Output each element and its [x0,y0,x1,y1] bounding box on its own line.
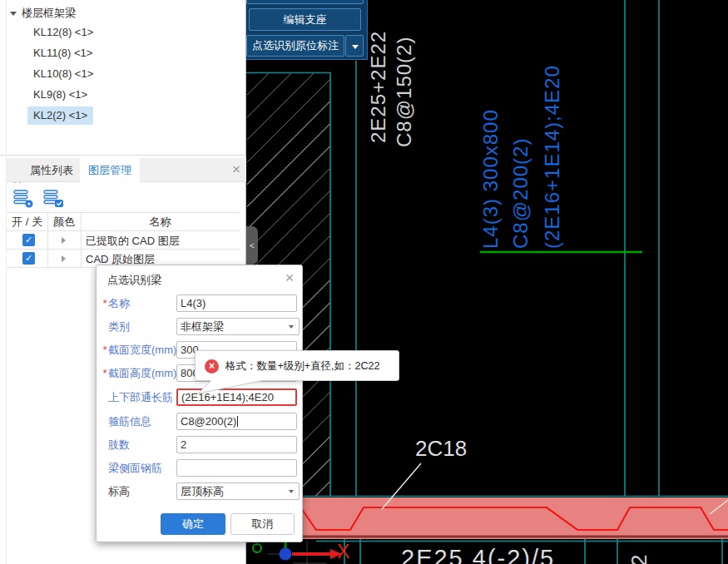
cad-text-bottom: 2E25 4(-2)/5 [401,545,555,564]
cad-text-top-stirrup: C8@150(2) [393,37,416,147]
cad-text-rotated-2: 2 [626,554,652,564]
edit-support-button[interactable]: 编辑支座 [249,8,361,31]
ok-button[interactable]: 确定 [161,513,225,535]
chevron-down-icon [289,325,294,329]
panel-gutter-line [6,0,7,564]
panel-tabbar: 属性列表 图层管理 × [7,158,246,182]
tree-item-kl10[interactable]: KL10(8) <1> [27,65,99,83]
row-expander-icon[interactable] [62,255,66,262]
tab-property-list[interactable]: 属性列表 [22,158,82,182]
required-mark: * [102,364,106,382]
cad-text-top-rebar: 2E25+2E22 [367,31,390,143]
cad-text-beam-stirrup: C8@200(2) [509,138,532,249]
stirrup-info-input[interactable]: C8@200(2) [176,413,297,430]
cad-text-beam-bars: (2E16+1E14);4E20 [541,65,564,249]
identify-beam-dialog: 点选识别梁 × *名称 L4(3) 类别 非框架梁 *截面宽度(mm) 300 … [96,265,303,542]
text-cursor [237,416,238,427]
row-expander-icon[interactable] [62,237,66,244]
layer-panel-toolbar [0,185,246,212]
table-line [7,230,240,231]
side-bars-input[interactable] [176,459,297,477]
tree-item-kl9[interactable]: KL9(8) <1> [27,86,93,104]
dialog-close-button[interactable]: × [280,269,299,287]
format-error-tooltip: × 格式：数量+级别+直径,如：2C22 [195,350,399,381]
layer-visible-checkbox[interactable]: ✓ [22,234,35,246]
required-mark: * [102,294,106,312]
column-header-name: 名称 [81,215,240,230]
collapse-panel-button[interactable]: < [246,226,258,265]
partial-button[interactable] [246,0,364,4]
select-layers-button[interactable] [42,188,65,210]
show-layers-button[interactable] [12,188,35,210]
layers-eye-icon [14,190,27,204]
column-header-onoff: 开 / 关 [7,215,47,230]
layer-visible-checkbox[interactable]: ✓ [22,252,35,265]
field-label-width: *截面宽度(mm) [108,341,176,359]
category-select[interactable]: 非框架梁 [176,318,300,335]
field-label-elevation: 标高 [108,482,130,500]
limb-count-input[interactable]: 2 [176,436,297,453]
field-label-height: *截面高度(mm) [108,364,176,382]
origin-dot [280,548,292,561]
table-line [7,212,240,213]
field-label-through-bars: 上下部通长筋 [108,388,173,406]
tree-item-kl12[interactable]: KL12(8) <1> [27,23,99,42]
cad-text-beam-name: L4(3) 300x800 [479,109,503,249]
field-label-side-bars: 梁侧面钢筋 [108,459,162,477]
y-axis-circle [253,544,261,552]
cancel-button[interactable]: 取消 [230,513,295,535]
tree-collapse-icon[interactable] [10,12,17,16]
column-header-color: 颜色 [47,215,81,230]
tab-layer-management[interactable]: 图层管理 [80,158,140,182]
tooltip-tail [191,378,275,397]
field-label-stirrup: 箍筋信息 [108,413,151,430]
tree-root-label: 楼层框架梁 [22,7,76,19]
tooltip-text: 格式：数量+级别+直径,如：2C22 [225,359,379,374]
name-input[interactable]: L4(3) [176,294,297,312]
required-mark: * [102,341,106,359]
pick-identify-dropdown-button[interactable] [345,35,364,57]
layer-name[interactable]: 已提取的 CAD 图层 [86,233,180,250]
app-window: 2E25+2E22 C8@150(2) L4(3) 300x800 C8@200… [0,0,728,564]
pick-identify-button[interactable]: 点选识别原位标注 [246,35,344,57]
grid-lines [246,0,728,564]
tree-root-floor-frame-beam[interactable]: 楼层框架梁 [10,5,76,22]
chevron-down-icon [289,490,294,493]
error-icon: × [205,359,219,374]
field-label-name: *名称 [108,294,130,312]
field-label-limbs: 肢数 [108,436,130,453]
beam-toolbar-panel: 编辑支座 点选识别原位标注 [242,0,368,60]
panel-close-button[interactable]: × [225,158,247,182]
chevron-down-icon [352,45,359,49]
dialog-title: 点选识别梁 [107,273,161,288]
elevation-select[interactable]: 层顶标高 [176,482,300,500]
x-axis-label: X [337,541,349,563]
tree-item-kl2-selected[interactable]: KL2(2) <1> [27,106,93,125]
cad-text-2c18: 2C18 [415,436,467,462]
tree-item-kl11[interactable]: KL11(8) <1> [27,44,98,62]
field-label-category: 类别 [108,318,130,335]
section-divider [0,155,246,156]
